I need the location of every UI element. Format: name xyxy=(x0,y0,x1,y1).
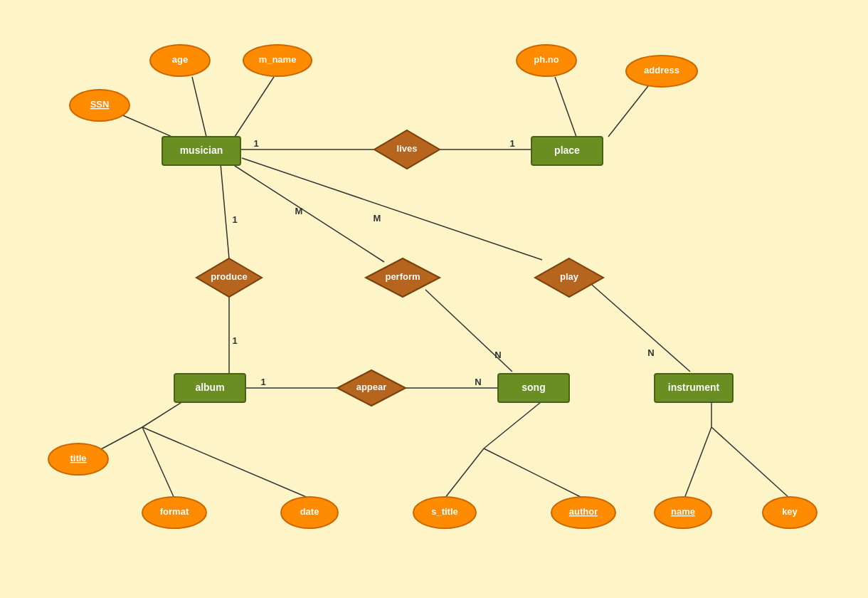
relation-appear-label: appear xyxy=(356,382,387,392)
cardinality-appear-album: 1 xyxy=(260,377,265,387)
attribute-format-label: format xyxy=(160,506,189,517)
attribute-phno-label: ph.no xyxy=(534,54,559,65)
er-diagram: 1 1 1 1 M N M N 1 N musician place album… xyxy=(0,0,868,598)
attribute-stitle-label: s_title xyxy=(431,506,458,517)
attribute-name-label: name xyxy=(671,506,695,517)
attribute-date-label: date xyxy=(300,506,319,517)
entity-place-label: place xyxy=(554,145,580,156)
relation-perform-label: perform xyxy=(385,271,420,282)
cardinality-produce-musician: 1 xyxy=(232,214,237,225)
entity-album-label: album xyxy=(195,382,224,393)
attribute-mname-label: m_name xyxy=(259,54,297,65)
entity-musician-label: musician xyxy=(180,145,223,156)
cardinality-appear-song: N xyxy=(475,377,481,387)
cardinality-lives-musician: 1 xyxy=(253,138,258,149)
cardinality-lives-place: 1 xyxy=(509,138,514,149)
attribute-ssn-label: SSN xyxy=(90,99,110,110)
cardinality-play-instrument: N xyxy=(647,347,654,358)
attribute-author-label: author xyxy=(569,506,598,517)
relation-lives-label: lives xyxy=(397,143,418,154)
cardinality-perform-musician: M xyxy=(295,206,303,216)
attribute-title-label: title xyxy=(70,453,86,463)
entity-instrument-label: instrument xyxy=(668,382,720,393)
entity-song-label: song xyxy=(522,382,545,393)
attribute-age-label: age xyxy=(172,54,188,65)
cardinality-produce-album: 1 xyxy=(232,335,237,346)
cardinality-perform-song: N xyxy=(494,350,501,360)
cardinality-play-musician: M xyxy=(374,213,381,224)
relation-play-label: play xyxy=(560,271,579,282)
relation-produce-label: produce xyxy=(211,271,247,282)
attribute-key-label: key xyxy=(782,506,798,517)
attribute-address-label: address xyxy=(644,65,679,75)
